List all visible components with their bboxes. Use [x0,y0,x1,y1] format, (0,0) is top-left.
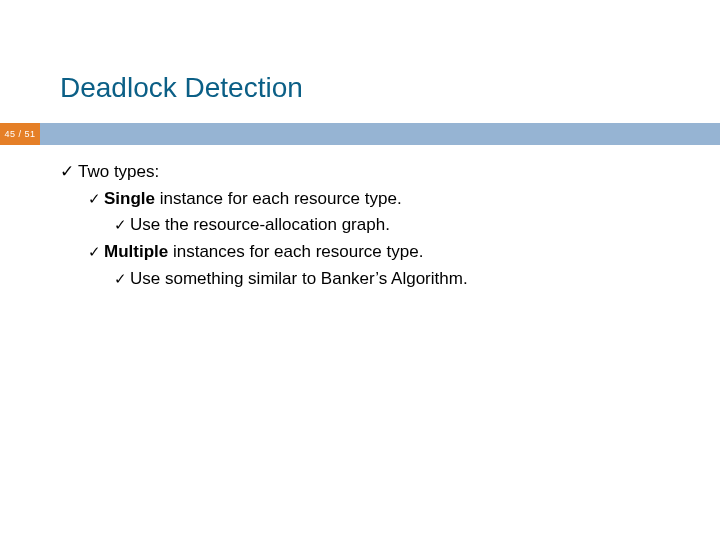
bullet-text: instance for each resource type. [155,189,402,208]
bullet-text-bold: Multiple [104,242,168,261]
bullet-text: instances for each resource type. [168,242,423,261]
slide: Deadlock Detection 45 / 51 Two types: Si… [0,0,720,540]
bullet-level-3: Use something similar to Banker’s Algori… [60,267,680,292]
accent-bar [40,123,720,145]
bullet-text: Use the resource-allocation graph. [130,215,390,234]
page-number-badge: 45 / 51 [0,123,40,145]
bullet-level-3: Use the resource-allocation graph. [60,213,680,238]
slide-body: Two types: Single instance for each reso… [60,160,680,293]
bullet-level-2: Multiple instances for each resource typ… [60,240,680,265]
check-icon [88,241,104,263]
check-icon [60,160,78,185]
check-icon [114,214,130,236]
bullet-level-2: Single instance for each resource type. [60,187,680,212]
slide-title: Deadlock Detection [60,72,303,104]
check-icon [88,188,104,210]
check-icon [114,268,130,290]
bullet-text: Two types: [78,162,159,181]
bullet-level-1: Two types: [60,160,680,185]
bullet-text-bold: Single [104,189,155,208]
bullet-text: Use something similar to Banker’s Algori… [130,269,468,288]
